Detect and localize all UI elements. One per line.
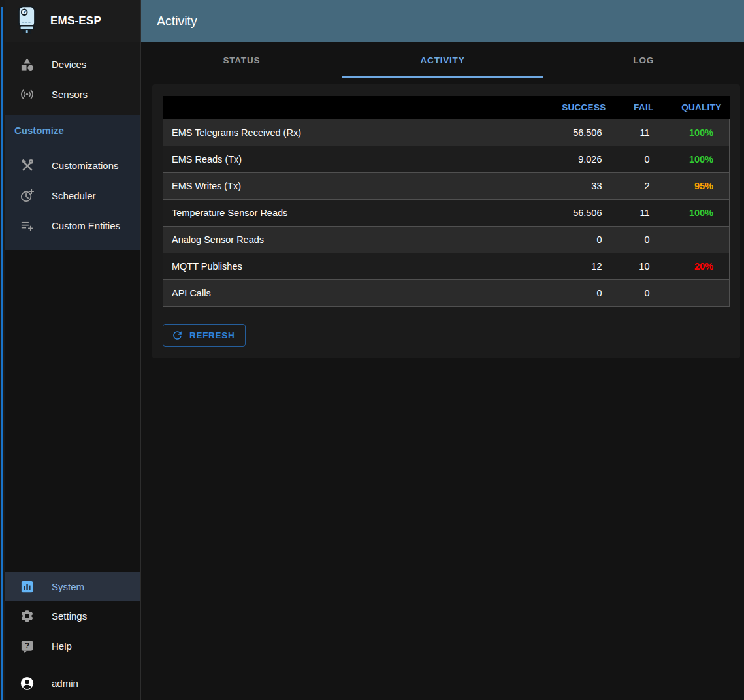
row-label: EMS Reads (Tx) xyxy=(163,146,517,173)
more-time-icon xyxy=(19,187,35,203)
sidebar-item-label: Customizations xyxy=(52,160,119,171)
row-label: Analog Sensor Reads xyxy=(163,227,517,253)
sidebar: EMS-ESP Devices xyxy=(5,0,141,700)
column-header-success: SUCCESS xyxy=(517,96,609,119)
refresh-icon xyxy=(171,329,184,342)
gear-icon xyxy=(19,608,35,624)
column-header-fail: FAIL xyxy=(609,96,658,119)
sidebar-item-sensors[interactable]: Sensors xyxy=(5,79,140,109)
quality-value: 20% xyxy=(658,253,730,280)
sidebar-item-custom-entities[interactable]: Custom Entities xyxy=(5,210,140,240)
table-row: Temperature Sensor Reads 56.506 11 100% xyxy=(163,200,730,227)
quality-value xyxy=(658,280,730,307)
table-row: Analog Sensor Reads 0 0 xyxy=(163,227,730,253)
construction-icon xyxy=(19,157,35,173)
column-header-quality: QUALITY xyxy=(658,96,730,119)
table-row: MQTT Publishes 12 10 20% xyxy=(163,253,730,280)
sidebar-item-system[interactable]: System xyxy=(5,572,140,601)
sidebar-item-help[interactable]: ? Help xyxy=(5,631,140,661)
sidebar-main-nav: Devices Sensors xyxy=(5,42,140,115)
sidebar-item-devices[interactable]: Devices xyxy=(5,49,140,79)
fail-value: 11 xyxy=(609,119,658,146)
success-value: 0 xyxy=(517,280,609,307)
sidebar-item-label: Devices xyxy=(52,59,86,70)
success-value: 33 xyxy=(517,173,609,200)
sidebar-header: EMS-ESP xyxy=(5,0,140,42)
quality-value: 100% xyxy=(658,200,730,227)
row-label: EMS Telegrams Received (Rx) xyxy=(163,119,517,146)
success-value: 56.506 xyxy=(517,119,609,146)
window-edge-gutter xyxy=(0,0,5,700)
quality-value: 95% xyxy=(658,173,730,200)
sidebar-item-customizations[interactable]: Customizations xyxy=(5,150,140,180)
sidebar-item-admin[interactable]: admin xyxy=(5,668,140,698)
column-header-blank xyxy=(163,96,517,119)
sidebar-item-label: Sensors xyxy=(52,89,88,100)
success-value: 12 xyxy=(517,253,609,280)
row-label: EMS Writes (Tx) xyxy=(163,173,517,200)
sidebar-user-section: admin xyxy=(5,661,140,700)
app-root: EMS-ESP Devices xyxy=(0,0,744,700)
fail-value: 10 xyxy=(609,253,658,280)
success-value: 56.506 xyxy=(517,200,609,227)
sidebar-item-label: Help xyxy=(52,641,72,652)
success-value: 9.026 xyxy=(517,146,609,173)
sidebar-item-label: admin xyxy=(52,678,78,689)
window-edge-highlight xyxy=(1,7,3,700)
table-row: EMS Telegrams Received (Rx) 56.506 11 10… xyxy=(163,119,730,146)
page-title: Activity xyxy=(157,14,197,29)
fail-value: 11 xyxy=(609,200,658,227)
quality-value: 100% xyxy=(658,119,730,146)
sidebar-item-label: Custom Entities xyxy=(52,220,120,231)
app-title: EMS-ESP xyxy=(50,14,101,27)
sidebar-item-scheduler[interactable]: Scheduler xyxy=(5,180,140,210)
refresh-button-label: REFRESH xyxy=(189,330,235,340)
quality-value: 100% xyxy=(658,146,730,173)
help-icon: ? xyxy=(19,638,35,654)
sidebar-item-label: Scheduler xyxy=(52,190,96,201)
app-bar: Activity xyxy=(141,0,744,42)
tab-log[interactable]: LOG xyxy=(543,42,744,79)
table-row: EMS Writes (Tx) 33 2 95% xyxy=(163,173,730,200)
table-row: API Calls 0 0 xyxy=(163,280,730,307)
boiler-logo-icon xyxy=(16,5,39,37)
success-value: 0 xyxy=(517,227,609,253)
table-header-row: SUCCESS FAIL QUALITY xyxy=(163,96,730,119)
fail-value: 2 xyxy=(609,173,658,200)
sidebar-item-label: Settings xyxy=(52,611,87,622)
customize-section-header: Customize xyxy=(5,121,140,150)
fail-value: 0 xyxy=(609,280,658,307)
category-icon xyxy=(19,56,35,72)
sidebar-item-settings[interactable]: Settings xyxy=(5,601,140,631)
activity-card: SUCCESS FAIL QUALITY EMS Telegrams Recei… xyxy=(152,84,740,358)
row-label: API Calls xyxy=(163,280,517,307)
tab-activity[interactable]: ACTIVITY xyxy=(342,42,543,79)
tab-status[interactable]: STATUS xyxy=(141,42,342,79)
fail-value: 0 xyxy=(609,227,658,253)
sidebar-item-label: System xyxy=(52,581,84,592)
sidebar-customize-section: Customize Customizations xyxy=(5,115,140,250)
activity-table: SUCCESS FAIL QUALITY EMS Telegrams Recei… xyxy=(163,96,730,307)
row-label: Temperature Sensor Reads xyxy=(163,200,517,227)
playlist-add-icon xyxy=(19,217,35,233)
sidebar-spacer xyxy=(5,250,140,572)
tab-bar: STATUS ACTIVITY LOG xyxy=(141,42,744,79)
refresh-button[interactable]: REFRESH xyxy=(163,324,246,347)
main-content: Activity STATUS ACTIVITY LOG SUCCESS FAI… xyxy=(141,0,744,700)
bar-chart-icon xyxy=(19,579,35,594)
fail-value: 0 xyxy=(609,146,658,173)
table-row: EMS Reads (Tx) 9.026 0 100% xyxy=(163,146,730,173)
quality-value xyxy=(658,227,730,253)
sensors-icon xyxy=(19,86,35,102)
row-label: MQTT Publishes xyxy=(163,253,517,280)
svg-text:?: ? xyxy=(24,641,29,650)
sidebar-bottom-nav: System Settings ? Help xyxy=(5,572,140,661)
account-circle-icon xyxy=(19,675,35,691)
